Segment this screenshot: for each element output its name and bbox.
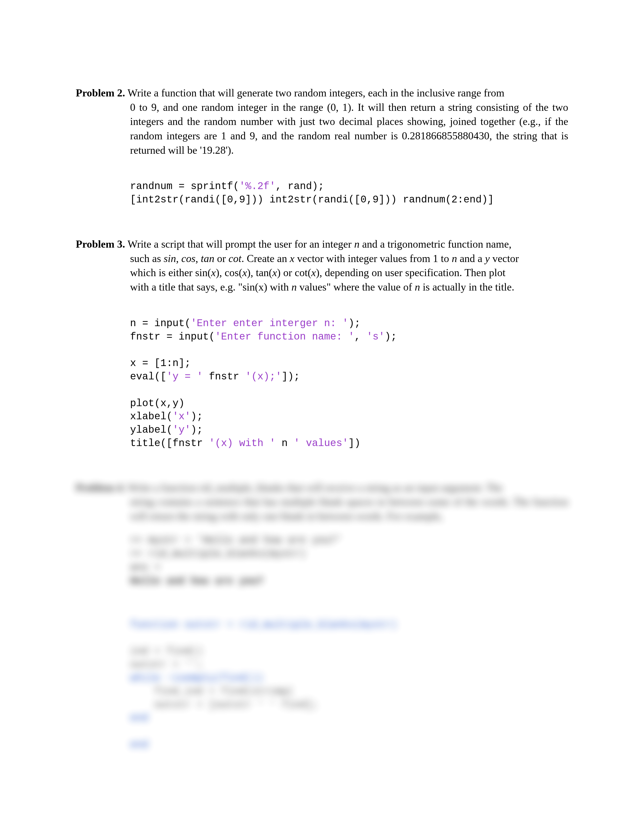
problem-4-code: function outstr = rid_multiple_blanks(my… bbox=[130, 618, 568, 752]
problem-3-text-l2: such as sin, cos, tan or cot. Create an … bbox=[76, 251, 568, 266]
problem-3-text-l1: Problem 3. Write a script that will prom… bbox=[76, 237, 568, 251]
problem-3-text-l4: with a title that says, e.g. "sin(x) wit… bbox=[76, 280, 568, 294]
problem-4-text-rest: string contains a sentence that has mult… bbox=[76, 495, 568, 523]
problem-4-example: >> mystr = 'Hello and how are you?' >> r… bbox=[130, 534, 568, 588]
problem-2: Problem 2. Write a function that will ge… bbox=[76, 86, 568, 207]
problem-2-label: Problem 2. bbox=[76, 87, 125, 99]
problem-4-label: Problem 4. bbox=[76, 482, 125, 494]
problem-4: Problem 4. Write a function rid_multiple… bbox=[76, 481, 568, 752]
problem-3-code: n = input('Enter enter interger n: '); f… bbox=[130, 317, 568, 450]
problem-3-text-l3: which is either sin(x), cos(x), tan(x) o… bbox=[76, 265, 568, 280]
problem-2-code: randnum = sprintf('%.2f', rand); [int2st… bbox=[130, 180, 568, 207]
document-page: Problem 2. Write a function that will ge… bbox=[0, 0, 644, 833]
problem-3: Problem 3. Write a script that will prom… bbox=[76, 237, 568, 450]
problem-2-text: Problem 2. Write a function that will ge… bbox=[76, 86, 568, 100]
blurred-preview: Problem 4. Write a function rid_multiple… bbox=[76, 481, 568, 752]
problem-4-text: Problem 4. Write a function rid_multiple… bbox=[76, 481, 568, 495]
problem-2-text-rest: 0 to 9, and one random integer in the ra… bbox=[76, 100, 568, 158]
problem-2-text-line1: Write a function that will generate two … bbox=[125, 87, 504, 99]
problem-3-label: Problem 3. bbox=[76, 238, 125, 250]
